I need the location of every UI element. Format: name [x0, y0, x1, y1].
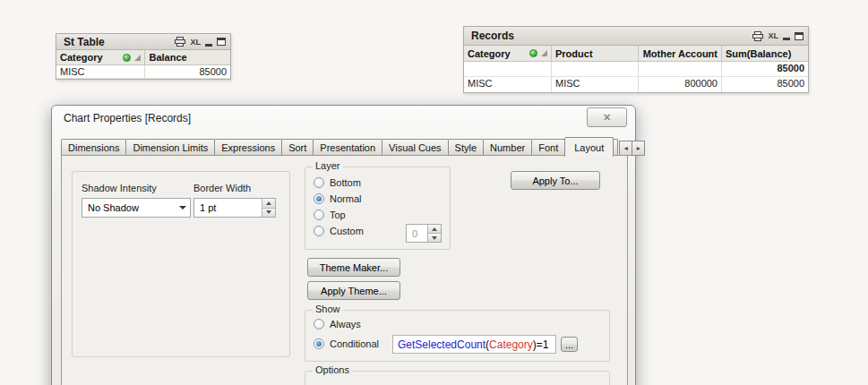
layer-option-normal[interactable]: Normal [314, 193, 361, 204]
condition-expression-input[interactable]: GetSelectedCount(Category)=1 [392, 335, 556, 354]
layer-option-top[interactable]: Top [314, 210, 346, 220]
column-header-label: Product [555, 48, 593, 59]
table-row: MISC MISC 800000 85000 [464, 77, 808, 92]
radio-label: Always [330, 319, 361, 329]
st-table-widget: St Table XL Category Balance MISC 85000 [56, 33, 231, 80]
column-header-label: Category [60, 52, 103, 63]
tab-sort[interactable]: Sort [281, 139, 314, 156]
minimize-icon[interactable] [205, 44, 212, 47]
options-groupbox: Options [305, 371, 610, 385]
tab-font[interactable]: Font [531, 139, 565, 156]
column-header-balance[interactable]: Balance [145, 50, 230, 65]
tab-scroll-left-icon[interactable]: ◂ [619, 141, 632, 156]
cell-product[interactable]: MISC [552, 77, 639, 92]
radio-checked-icon[interactable] [314, 193, 324, 204]
column-header-category[interactable]: Category [464, 46, 552, 62]
appearance-groupbox: Shadow Intensity No Shadow Border Width … [72, 171, 290, 357]
tab-dimensions[interactable]: Dimensions [61, 139, 126, 156]
minimize-icon[interactable] [783, 38, 790, 40]
radio-label: Normal [330, 193, 361, 204]
spin-down-icon[interactable] [428, 233, 441, 242]
tab-dimension-limits[interactable]: Dimension Limits [125, 139, 215, 156]
expression-function: GetSelectedCount [398, 338, 486, 351]
layer-group-label: Layer [313, 160, 343, 171]
spin-down-icon[interactable] [262, 208, 275, 218]
total-cell [464, 62, 552, 77]
expression-tail: )=1 [533, 338, 549, 351]
st-table-caption[interactable]: St Table XL [56, 34, 230, 50]
layer-groupbox: Layer Bottom Normal Top Custom 0 [305, 167, 451, 250]
custom-layer-value: 0 [407, 225, 427, 242]
records-caption-icons: XL [752, 31, 804, 41]
radio-icon[interactable] [314, 210, 324, 220]
show-option-conditional[interactable]: Conditional [314, 338, 379, 349]
cell-sum-balance[interactable]: 85000 [722, 77, 808, 92]
shadow-intensity-select[interactable]: No Shadow [82, 198, 191, 218]
cell-category[interactable]: MISC [464, 77, 552, 92]
print-icon[interactable] [175, 37, 185, 47]
tab-scroll-right-icon[interactable]: ▸ [632, 141, 645, 156]
chart-properties-dialog: Chart Properties [Records] × Dimensions … [51, 105, 636, 385]
chevron-down-icon[interactable] [175, 199, 190, 217]
shadow-intensity-value: No Shadow [88, 202, 139, 213]
column-header-sum-balance[interactable]: Sum(Balance) [722, 46, 808, 62]
tab-caption[interactable]: Cap [613, 139, 618, 156]
close-icon[interactable]: × [587, 107, 627, 127]
records-total-row: 85000 [464, 62, 808, 77]
sort-indicator-icon [134, 55, 141, 61]
apply-theme-button[interactable]: Apply Theme... [307, 281, 400, 300]
apply-to-button[interactable]: Apply To... [511, 171, 600, 190]
sort-indicator-icon [541, 50, 547, 56]
radio-icon[interactable] [314, 319, 324, 329]
tab-presentation[interactable]: Presentation [313, 139, 382, 156]
border-width-value: 1 pt [194, 199, 262, 217]
radio-label: Custom [330, 226, 364, 236]
radio-icon[interactable] [314, 226, 324, 236]
spin-up-icon[interactable] [428, 225, 441, 233]
column-header-product[interactable]: Product [552, 46, 639, 62]
show-option-always[interactable]: Always [314, 319, 361, 329]
send-to-excel-icon[interactable]: XL [768, 31, 778, 40]
layer-option-bottom[interactable]: Bottom [314, 177, 361, 188]
border-width-stepper[interactable]: 1 pt [193, 198, 276, 218]
st-table-header-row: Category Balance [56, 50, 230, 65]
spin-up-icon[interactable] [262, 199, 275, 208]
column-header-label: Balance [149, 52, 186, 63]
cell-balance[interactable]: 85000 [145, 65, 230, 79]
dialog-title: Chart Properties [Records] [64, 112, 191, 124]
cell-category[interactable]: MISC [56, 65, 145, 79]
radio-icon[interactable] [314, 177, 324, 188]
records-caption[interactable]: Records XL [464, 27, 808, 46]
st-table-title: St Table [64, 36, 175, 48]
total-cell-sum-balance: 85000 [722, 62, 808, 77]
layer-option-custom[interactable]: Custom [314, 226, 364, 236]
layout-tab-page: Shadow Intensity No Shadow Border Width … [61, 155, 628, 385]
maximize-icon[interactable] [217, 38, 226, 46]
total-cell [639, 62, 722, 77]
maximize-icon[interactable] [795, 32, 804, 40]
records-widget: Records XL Category Product Mother Accou… [463, 26, 809, 93]
options-group-label: Options [313, 364, 352, 375]
border-width-label: Border Width [193, 183, 251, 193]
radio-checked-icon[interactable] [314, 338, 324, 349]
column-header-category[interactable]: Category [56, 50, 145, 65]
column-header-label: Category [468, 48, 511, 59]
send-to-excel-icon[interactable]: XL [190, 38, 201, 47]
column-header-mother-account[interactable]: Mother Account [639, 46, 722, 62]
cell-mother-account[interactable]: 800000 [639, 77, 722, 92]
expression-editor-button[interactable]: ... [561, 337, 578, 352]
tab-style[interactable]: Style [448, 139, 484, 156]
spinner-buttons [262, 199, 275, 217]
tab-number[interactable]: Number [483, 139, 532, 156]
tab-layout[interactable]: Layout [564, 137, 614, 157]
radio-label: Top [330, 210, 346, 220]
tab-scroll-arrows: ◂ ▸ [619, 141, 644, 156]
tab-visual-cues[interactable]: Visual Cues [382, 139, 449, 156]
theme-maker-button[interactable]: Theme Maker... [307, 258, 400, 277]
custom-layer-stepper[interactable]: 0 [406, 224, 442, 243]
tab-expressions[interactable]: Expressions [214, 139, 282, 156]
show-groupbox: Show Always Conditional GetSelectedCount… [305, 310, 610, 362]
selection-indicator-icon [529, 49, 537, 57]
records-title: Records [471, 30, 752, 42]
print-icon[interactable] [752, 31, 763, 41]
